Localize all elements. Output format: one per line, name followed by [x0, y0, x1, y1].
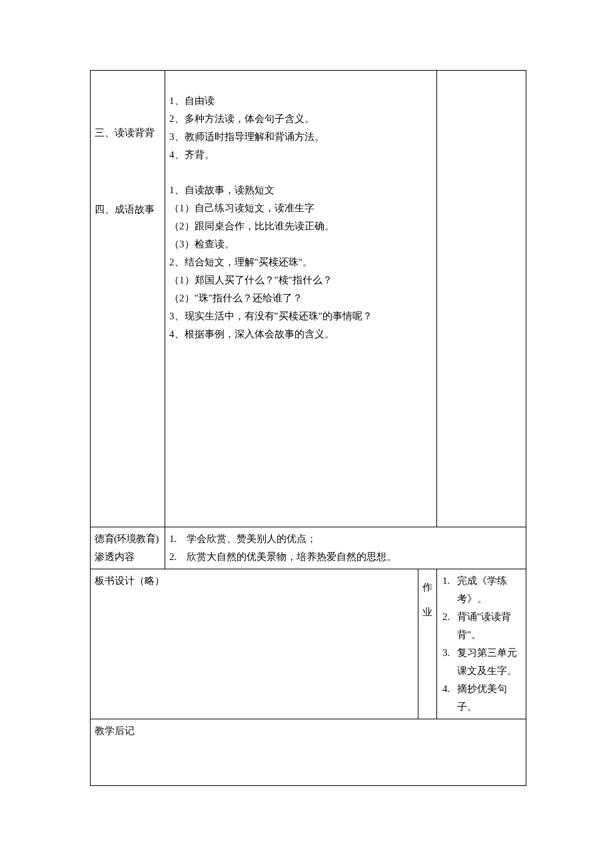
section4-line: （2）跟同桌合作，比比谁先读正确。 — [169, 217, 432, 235]
homework-label-cell: 作 业 — [418, 569, 437, 719]
hw-num: 3. — [442, 644, 457, 680]
row-postscript: 教学后记 — [91, 719, 526, 786]
deyu-item: 1. 学会欣赏、赞美别人的优点； — [169, 530, 522, 548]
section3-label: 三、读读背背 — [95, 124, 161, 142]
section3-line: 2、多种方法读，体会句子含义。 — [169, 110, 432, 128]
row1-middle-content: 1、自由读 2、多种方法读，体会句子含义。 3、教师适时指导理解和背诵方法。 4… — [165, 71, 437, 527]
deyu-label-line1: 德育(环境教育) — [95, 530, 161, 548]
hw-text: 复习第三单元课文及生字。 — [457, 644, 522, 680]
section3-content: 1、自由读 2、多种方法读，体会句子含义。 3、教师适时指导理解和背诵方法。 4… — [169, 92, 432, 164]
lesson-plan-table: 三、读读背背 四、成语故事 1、自由读 2、多种方法读，体会句子含义。 3、教师… — [90, 70, 526, 786]
deyu-label-line2: 渗透内容 — [95, 548, 161, 566]
section4-line: 4、根据事例，深入体会故事的含义。 — [169, 325, 432, 343]
row-deyu: 德育(环境教育) 渗透内容 1. 学会欣赏、赞美别人的优点； 2. 欣赏大自然的… — [91, 527, 526, 569]
deyu-num: 1. — [169, 530, 187, 548]
hw-num: 1. — [442, 572, 457, 608]
section4-line: 2、结合短文，理解"买椟还珠"。 — [169, 253, 432, 271]
hw-item: 3. 复习第三单元课文及生字。 — [442, 644, 522, 680]
section3-line: 4、齐背。 — [169, 146, 432, 164]
section4-label: 四、成语故事 — [95, 201, 161, 219]
deyu-num: 2. — [169, 548, 187, 566]
section3-line: 1、自由读 — [169, 92, 432, 110]
deyu-label-cell: 德育(环境教育) 渗透内容 — [91, 527, 165, 569]
section4-line: （2）"珠"指什么？还给谁了？ — [169, 289, 432, 307]
hw-num: 4. — [442, 680, 457, 716]
deyu-text: 欣赏大自然的优美景物，培养热爱自然的思想。 — [187, 548, 396, 566]
section4-line: （1）郑国人买了什么？"椟"指什么？ — [169, 271, 432, 289]
section4-line: （3）检查读。 — [169, 235, 432, 253]
row1-right-empty — [437, 71, 526, 527]
section4-line: 3、现实生活中，有没有"买椟还珠"的事情呢？ — [169, 307, 432, 325]
row-main-content: 三、读读背背 四、成语故事 1、自由读 2、多种方法读，体会句子含义。 3、教师… — [91, 71, 526, 527]
deyu-text: 学会欣赏、赞美别人的优点； — [187, 530, 316, 548]
postscript-label: 教学后记 — [95, 722, 522, 740]
hw-char-2: 业 — [422, 603, 432, 621]
hw-text: 完成《学练考》。 — [457, 572, 522, 608]
postscript-cell: 教学后记 — [91, 719, 526, 786]
row-board-homework: 板书设计（略） 作 业 1. 完成《学练考》。 2. 背诵"读读背背"。 3. … — [91, 569, 526, 719]
homework-list-cell: 1. 完成《学练考》。 2. 背诵"读读背背"。 3. 复习第三单元课文及生字。… — [437, 569, 526, 719]
deyu-content-cell: 1. 学会欣赏、赞美别人的优点； 2. 欣赏大自然的优美景物，培养热爱自然的思想… — [165, 527, 526, 569]
board-design-label: 板书设计（略） — [95, 572, 414, 590]
section4-line: 1、自读故事，读熟短文 — [169, 181, 432, 199]
board-design-cell: 板书设计（略） — [91, 569, 418, 719]
section3-line: 3、教师适时指导理解和背诵方法。 — [169, 128, 432, 146]
hw-item: 2. 背诵"读读背背"。 — [442, 608, 522, 644]
section4-line: （1）自己练习读短文，读准生字 — [169, 199, 432, 217]
deyu-item: 2. 欣赏大自然的优美景物，培养热爱自然的思想。 — [169, 548, 522, 566]
hw-num: 2. — [442, 608, 457, 644]
hw-text: 背诵"读读背背"。 — [457, 608, 522, 644]
hw-item: 1. 完成《学练考》。 — [442, 572, 522, 608]
hw-char-1: 作 — [422, 579, 432, 597]
hw-text: 摘抄优美句子。 — [457, 680, 522, 716]
hw-item: 4. 摘抄优美句子。 — [442, 680, 522, 716]
section4-content: 1、自读故事，读熟短文 （1）自己练习读短文，读准生字 （2）跟同桌合作，比比谁… — [169, 181, 432, 343]
row1-left-labels: 三、读读背背 四、成语故事 — [91, 71, 165, 527]
